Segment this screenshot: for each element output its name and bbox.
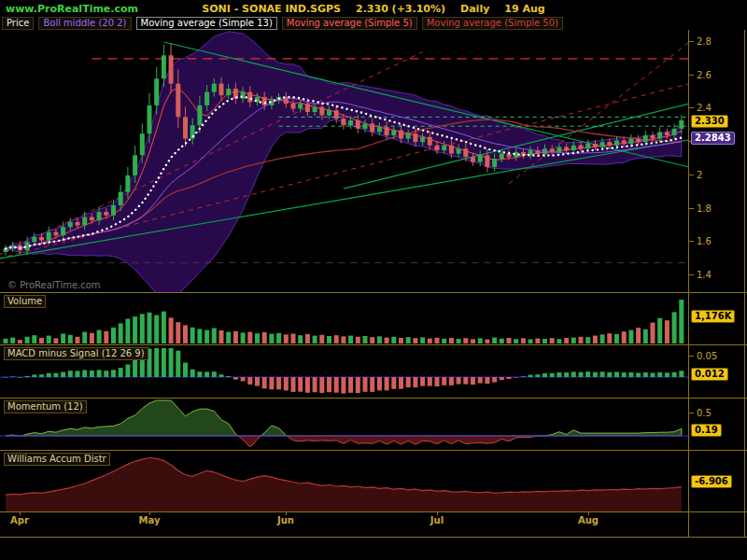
prorealtime-chart-window: www.ProRealTime.com SONI - SONAE IND.SGP… <box>0 0 747 560</box>
panel-separator <box>0 398 747 399</box>
macd-panel-title[interactable]: MACD minus Signal (12 26 9) <box>4 347 148 360</box>
indicator-legend: PriceBoll middle (20 2)Moving average (S… <box>2 16 563 30</box>
bottom-border <box>0 537 747 538</box>
watermark: © ProRealTime.com <box>7 280 101 290</box>
williams-badge: -6.906 <box>691 475 732 488</box>
momentum-panel-title[interactable]: Momentum (12) <box>4 400 87 413</box>
panel-separator <box>0 344 747 345</box>
price-axis-border[interactable] <box>688 30 689 537</box>
price-tick-2.6: 2.6 <box>697 71 712 80</box>
month-label-may: May <box>139 515 161 525</box>
month-label-aug: Aug <box>578 515 599 525</box>
time-axis-line <box>0 511 747 512</box>
macd-scale-tick: 0.05 <box>697 352 717 361</box>
momentum-badge: 0.19 <box>691 424 722 437</box>
price-tick-1.8: 1.8 <box>697 204 712 214</box>
volume-panel-title[interactable]: Volume <box>4 295 46 308</box>
price-tick-2: 2 <box>697 171 702 180</box>
legend-item-ma13[interactable]: Moving average (Simple 13) <box>136 17 277 30</box>
month-label-jul: Jul <box>430 515 444 525</box>
panel-separator <box>0 450 747 451</box>
price-tick-1.6: 1.6 <box>697 237 712 246</box>
axis-layer: 2.82.62.42.221.81.61.42.3302.28430.050.5… <box>0 0 747 560</box>
month-label-apr: Apr <box>10 515 29 525</box>
boll-middle-badge: 2.2843 <box>691 132 735 145</box>
price-tick-2.8: 2.8 <box>697 37 712 47</box>
right-border <box>744 30 745 537</box>
legend-item-boll-middle[interactable]: Boll middle (20 2) <box>38 17 131 30</box>
legend-item-ma5[interactable]: Moving average (Simple 5) <box>282 17 417 30</box>
momentum-scale-tick: 0.5 <box>697 409 712 418</box>
williams-panel-title[interactable]: Williams Accum Distr <box>4 453 110 466</box>
legend-item-price[interactable]: Price <box>2 17 34 30</box>
legend-item-ma50[interactable]: Moving average (Simple 50) <box>422 17 563 30</box>
volume-badge: 1,176K <box>691 310 735 323</box>
month-label-jun: Jun <box>277 515 294 525</box>
price-tick-1.4: 1.4 <box>697 271 712 280</box>
panel-separator <box>0 292 747 293</box>
price-tick-2.4: 2.4 <box>697 104 712 113</box>
macd-badge: 0.012 <box>691 368 728 381</box>
last-price-badge: 2.330 <box>691 115 728 128</box>
